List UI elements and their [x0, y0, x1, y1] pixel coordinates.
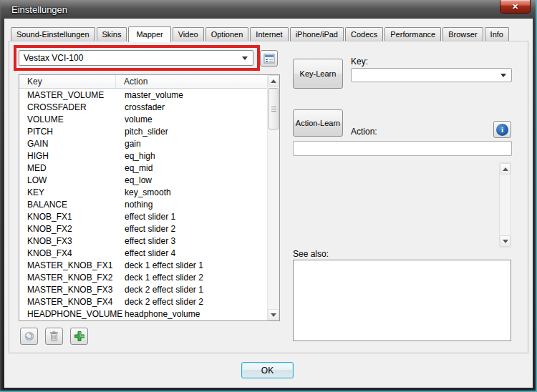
mapper-tab-page: Vestax VCI-100 Key Action — [9, 41, 528, 353]
key-cell: KNOB_FX4 — [19, 248, 124, 260]
settings-window: Einstellungen ✕ Sound-EinstellungenSkins… — [0, 0, 537, 392]
description-scrollbar[interactable] — [499, 162, 511, 248]
info-icon: i — [496, 124, 508, 136]
scrollbar-thumb[interactable] — [268, 88, 279, 129]
action-cell: master_volume — [124, 89, 267, 102]
chevron-down-icon — [242, 57, 248, 60]
key-cell: KEY — [19, 187, 124, 199]
mapping-list-button[interactable] — [260, 50, 278, 67]
tab-iphone-ipad[interactable]: iPhone/iPad — [290, 27, 344, 41]
key-cell: MASTER_KNOB_FX4 — [19, 296, 124, 308]
table-row[interactable]: KNOB_FX1effect slider 1 — [19, 211, 267, 223]
tab-internet[interactable]: Internet — [250, 27, 288, 41]
triangle-up-icon — [271, 79, 276, 83]
key-cell: HIGH — [19, 150, 124, 162]
key-cell: VOLUME — [19, 114, 124, 126]
column-header-action[interactable]: Action — [116, 75, 267, 88]
ok-button[interactable]: OK — [241, 362, 294, 378]
action-cell: eq_mid — [124, 162, 267, 175]
tab-sound-einstellungen[interactable]: Sound-Einstellungen — [11, 27, 95, 41]
table-row[interactable]: HEADPHONE_VOLUMEheadphone_volume — [19, 308, 267, 320]
device-select[interactable]: Vestax VCI-100 — [19, 50, 253, 66]
table-row[interactable]: MASTER_VOLUMEmaster_volume — [19, 89, 267, 102]
tab-info[interactable]: Info — [485, 27, 509, 41]
tab-bar: Sound-EinstellungenSkinsMapperVideoOptio… — [11, 26, 509, 42]
key-cell: LOW — [19, 175, 124, 187]
trash-icon — [49, 330, 59, 342]
key-cell: GAIN — [19, 138, 124, 150]
table-row[interactable]: CROSSFADERcrossfader — [19, 102, 267, 114]
column-header-key[interactable]: Key — [19, 75, 116, 88]
key-learn-button[interactable]: Key-Learn — [293, 59, 343, 89]
key-select[interactable] — [351, 68, 512, 82]
table-row[interactable]: KNOB_FX3effect slider 3 — [19, 235, 267, 248]
action-input[interactable] — [293, 141, 512, 156]
table-row[interactable]: LOWeq_low — [19, 175, 267, 187]
scroll-down-button[interactable] — [268, 309, 279, 320]
table-row[interactable]: MASTER_KNOB_FX1deck 1 effect slider 1 — [19, 260, 267, 272]
delete-mapping-button[interactable] — [45, 328, 63, 345]
tab-video[interactable]: Video — [173, 27, 204, 41]
tab-optionen[interactable]: Optionen — [205, 27, 249, 41]
table-row[interactable]: MEDeq_mid — [19, 162, 267, 175]
action-cell: eq_high — [124, 150, 267, 162]
close-button[interactable]: ✕ — [500, 0, 531, 14]
reset-icon — [24, 330, 35, 342]
action-cell: gain — [124, 138, 267, 150]
reset-mapping-button[interactable] — [20, 328, 38, 345]
action-cell: eq_low — [124, 175, 267, 187]
triangle-up-icon — [503, 167, 508, 171]
action-cell: deck 1 effect slider 2 — [124, 272, 267, 284]
action-cell: effect slider 1 — [124, 211, 267, 223]
key-cell: KNOB_FX2 — [19, 223, 124, 235]
mapping-table: Key Action MASTER_VOLUMEmaster_volumeCRO… — [19, 74, 280, 321]
key-cell: MASTER_VOLUME — [19, 89, 124, 102]
key-cell: KNOB_FX3 — [19, 235, 124, 248]
scroll-up-button[interactable] — [268, 75, 279, 87]
table-row[interactable]: PITCHpitch_slider — [19, 126, 267, 138]
action-info-button[interactable]: i — [493, 121, 511, 138]
add-mapping-button[interactable] — [70, 328, 88, 345]
table-row[interactable]: HIGHeq_high — [19, 150, 267, 162]
triangle-down-icon — [271, 313, 276, 317]
table-scrollbar[interactable] — [267, 75, 279, 320]
key-cell: MASTER_KNOB_FX2 — [19, 272, 124, 284]
table-row[interactable]: MASTER_KNOB_FX4deck 2 effect slider 2 — [19, 296, 267, 308]
see-also-listbox[interactable] — [293, 260, 511, 341]
tab-performance[interactable]: Performance — [384, 27, 441, 41]
mapping-table-header[interactable]: Key Action — [19, 75, 267, 89]
scroll-down-button[interactable] — [500, 235, 511, 247]
tab-skins[interactable]: Skins — [97, 27, 127, 41]
table-row[interactable]: KEYkey_smooth — [19, 187, 267, 199]
action-cell: deck 1 effect slider 1 — [124, 260, 267, 272]
action-cell: crossfader — [124, 102, 267, 114]
tab-mapper[interactable]: Mapper — [128, 26, 170, 42]
table-row[interactable]: KNOB_FX2effect slider 2 — [19, 223, 267, 235]
table-row[interactable]: VOLUMEvolume — [19, 114, 267, 126]
action-cell: key_smooth — [124, 187, 267, 199]
key-cell: KNOB_FX1 — [19, 211, 124, 223]
action-cell: deck 2 effect slider 2 — [124, 296, 267, 308]
table-row[interactable]: BALANCEnothing — [19, 199, 267, 211]
key-cell: CROSSFADER — [19, 102, 124, 114]
table-row[interactable]: KNOB_FX4effect slider 4 — [19, 248, 267, 260]
window-title: Einstellungen — [11, 4, 67, 15]
table-row[interactable]: MASTER_KNOB_FX2deck 1 effect slider 2 — [19, 272, 267, 284]
title-bar[interactable]: Einstellungen ✕ — [0, 0, 537, 19]
action-learn-button[interactable]: Action-Learn — [293, 109, 343, 137]
key-cell: MED — [19, 162, 124, 175]
tab-browser[interactable]: Browser — [442, 27, 483, 41]
action-cell: headphone_volume — [124, 308, 267, 320]
action-cell: effect slider 4 — [124, 248, 267, 260]
action-cell: effect slider 2 — [124, 223, 267, 235]
table-row[interactable]: MASTER_KNOB_FX3deck 2 effect slider 1 — [19, 284, 267, 296]
action-cell: pitch_slider — [124, 126, 267, 138]
device-select-value: Vestax VCI-100 — [19, 53, 242, 63]
table-row[interactable]: GAINgain — [19, 138, 267, 150]
action-cell: effect slider 3 — [124, 235, 267, 248]
key-cell: MASTER_KNOB_FX1 — [19, 260, 124, 272]
dialog-client-area: Sound-EinstellungenSkinsMapperVideoOptio… — [4, 19, 533, 388]
scroll-up-button[interactable] — [500, 163, 511, 175]
key-cell: MASTER_KNOB_FX3 — [19, 284, 124, 296]
tab-codecs[interactable]: Codecs — [345, 27, 383, 41]
